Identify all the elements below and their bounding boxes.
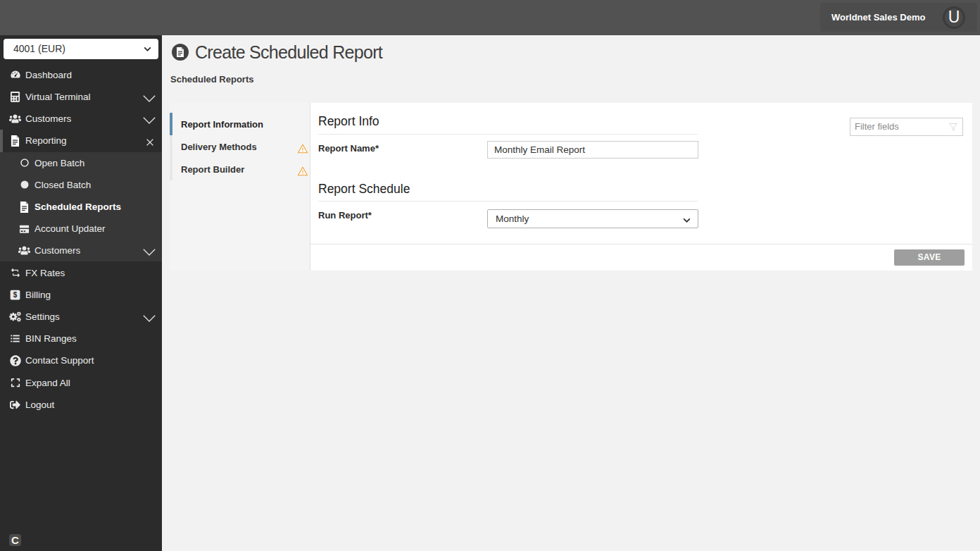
svg-text:$: $ xyxy=(13,291,18,299)
